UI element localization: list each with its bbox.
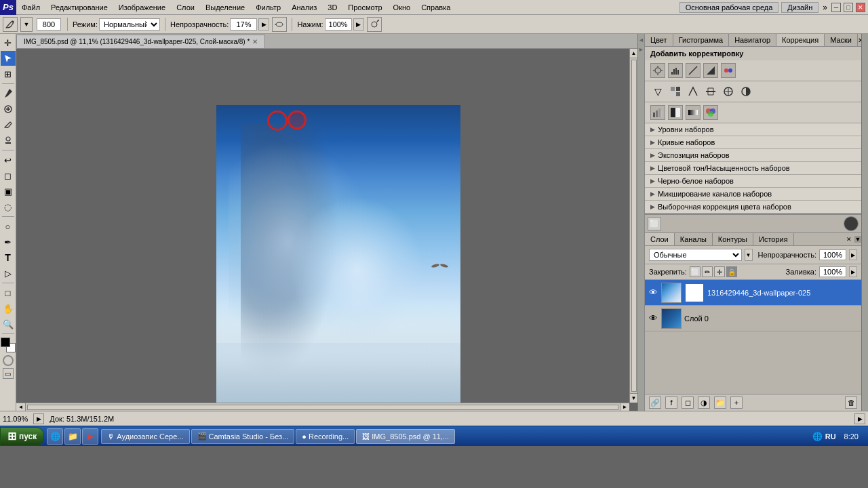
screen-mode-btn[interactable]: ▭ — [3, 368, 14, 379]
dodge-tool[interactable]: ○ — [1, 219, 16, 234]
scroll-indicator[interactable]: ▶ — [854, 413, 865, 424]
menu-layers[interactable]: Слои — [171, 2, 200, 13]
menu-window[interactable]: Окно — [388, 2, 416, 13]
opacity-arrow[interactable]: ▶ — [258, 18, 269, 30]
brush-tool[interactable] — [1, 117, 16, 132]
layer-group-btn[interactable]: 📁 — [714, 396, 726, 409]
scrollbar-horizontal[interactable]: ◄ ► — [16, 403, 629, 411]
bw-icon[interactable] — [686, 84, 701, 99]
opacity-input[interactable] — [819, 249, 846, 260]
fill-input[interactable] — [819, 266, 846, 277]
delete-layer-btn[interactable]: 🗑 — [845, 396, 857, 409]
opacity-arrow[interactable]: ▶ — [849, 249, 857, 260]
menu-3d[interactable]: 3D — [322, 2, 342, 13]
gradient-map-icon[interactable] — [686, 105, 701, 120]
quicklaunch-media[interactable]: ▶ — [82, 428, 98, 445]
expand-icon[interactable]: ► — [638, 46, 644, 53]
lock-transparent-btn[interactable]: ⬜ — [690, 266, 701, 277]
selection-tool[interactable] — [1, 51, 16, 66]
design-button[interactable]: Дизайн — [781, 2, 818, 13]
collapse-icon[interactable]: ◄ — [638, 37, 644, 43]
lock-image-btn[interactable]: ✏ — [702, 266, 713, 277]
layer-link-btn[interactable]: 🔗 — [649, 396, 661, 409]
scroll-thumb-h[interactable] — [27, 405, 618, 410]
menu-select[interactable]: Выделение — [200, 2, 250, 13]
scroll-thumb-v[interactable] — [631, 60, 637, 392]
move-tool[interactable]: ✛ — [1, 35, 16, 50]
selective-color-icon[interactable] — [703, 105, 718, 120]
stamp-tool[interactable] — [1, 133, 16, 148]
hand-tool[interactable]: ✋ — [1, 301, 16, 316]
brush-tool-icon[interactable] — [3, 17, 18, 32]
menu-analyze[interactable]: Анализ — [286, 2, 322, 13]
color-swatches[interactable] — [1, 338, 16, 352]
scroll-right-btn[interactable]: ► — [620, 403, 629, 411]
lock-position-btn[interactable]: ✛ — [714, 266, 725, 277]
brush-size-input[interactable] — [37, 18, 61, 30]
blend-mode-arrow[interactable]: ▼ — [745, 249, 753, 261]
panel-collapse-strip[interactable]: ◄ ► — [637, 34, 644, 411]
add-layer-style-btn[interactable]: ⬜ — [648, 217, 661, 230]
menu-help[interactable]: Справка — [416, 2, 456, 13]
text-tool[interactable]: T — [1, 250, 16, 265]
shape-tool[interactable]: □ — [1, 285, 16, 300]
spot-heal-tool[interactable] — [1, 102, 16, 117]
layer-visibility-0[interactable]: 👁 — [648, 287, 658, 298]
pen-tool[interactable]: ✒ — [1, 235, 16, 249]
layer-style-btn[interactable]: f — [665, 396, 677, 409]
layer-item-0[interactable]: 👁 1316429446_3d-wallpaper-025 — [645, 280, 861, 306]
menu-view[interactable]: Просмотр — [342, 2, 387, 13]
invert-icon[interactable] — [738, 84, 753, 99]
exposure-icon[interactable] — [703, 63, 718, 78]
posterize-icon[interactable] — [650, 105, 665, 120]
menu-filter[interactable]: Фильтр — [250, 2, 286, 13]
correction-selective-color[interactable]: ▶ Выборочная коррекция цвета наборов — [645, 201, 861, 214]
curves-icon[interactable] — [686, 63, 701, 78]
new-layer-btn[interactable]: + — [730, 396, 743, 409]
quicklaunch-ie[interactable]: 🌐 — [47, 428, 63, 445]
gradient-tool[interactable]: ▣ — [1, 184, 16, 199]
history-brush-tool[interactable]: ↩ — [1, 152, 16, 167]
pressure-arrow[interactable]: ▶ — [353, 18, 364, 30]
blur-tool[interactable]: ◌ — [1, 199, 16, 214]
zoom-options-btn[interactable]: ▶ — [33, 413, 44, 424]
tab-navigator[interactable]: Навигатор — [729, 34, 776, 46]
start-button[interactable]: ⊞ пуск — [0, 427, 44, 446]
photo-filter-icon[interactable] — [703, 84, 718, 99]
tab-color[interactable]: Цвет — [645, 34, 673, 46]
colorbalance-icon[interactable] — [668, 84, 683, 99]
tablet-icon[interactable] — [367, 17, 382, 32]
menu-file[interactable]: Файл — [16, 2, 45, 13]
vibrance-icon[interactable] — [721, 63, 736, 78]
scroll-left-btn[interactable]: ◄ — [16, 403, 26, 411]
mode-select[interactable]: Нормальный — [99, 18, 160, 30]
layer-adjustment-btn[interactable]: ◑ — [698, 396, 710, 409]
layer-mask-btn[interactable]: ◻ — [682, 396, 694, 409]
tab-channels[interactable]: Каналы — [675, 233, 713, 245]
correction-levels[interactable]: ▶ Уровни наборов — [645, 123, 861, 136]
taskbar-item-2[interactable]: ● Recording... — [296, 429, 355, 444]
tab-correction[interactable]: Коррекция — [776, 34, 825, 46]
tab-paths[interactable]: Контуры — [713, 233, 753, 245]
tab-close-icon[interactable]: ✕ — [252, 38, 258, 45]
quicklaunch-explorer[interactable]: 📁 — [64, 428, 81, 445]
taskbar-item-1[interactable]: 🎬 Camtasia Studio - Без... — [191, 429, 295, 444]
layer-item-1[interactable]: 👁 Слой 0 — [645, 306, 861, 331]
correction-hsl[interactable]: ▶ Цветовой тон/Насыщенность наборов — [645, 162, 861, 175]
menu-image[interactable]: Изображение — [113, 2, 171, 13]
scroll-up-btn[interactable]: ▲ — [630, 49, 638, 58]
minimize-button[interactable]: ─ — [831, 3, 841, 12]
correction-bw[interactable]: ▶ Черно-белое наборов — [645, 175, 861, 188]
fill-arrow[interactable]: ▶ — [849, 266, 857, 277]
brush-options-button[interactable]: ▼ — [20, 17, 33, 32]
crop-tool[interactable]: ⊞ — [1, 66, 16, 81]
layer-visibility-1[interactable]: 👁 — [648, 313, 658, 324]
layers-panel-menu[interactable]: ✕ — [844, 234, 854, 245]
tab-masks[interactable]: Маски — [825, 34, 858, 46]
tab-layers[interactable]: Слои — [645, 233, 675, 245]
correction-exposure[interactable]: ▶ Экспозиция наборов — [645, 149, 861, 162]
sphere-preview[interactable] — [844, 216, 859, 231]
zoom-tool[interactable]: 🔍 — [1, 317, 16, 331]
path-select-tool[interactable]: ▷ — [1, 266, 16, 281]
maximize-button[interactable]: □ — [844, 3, 853, 12]
